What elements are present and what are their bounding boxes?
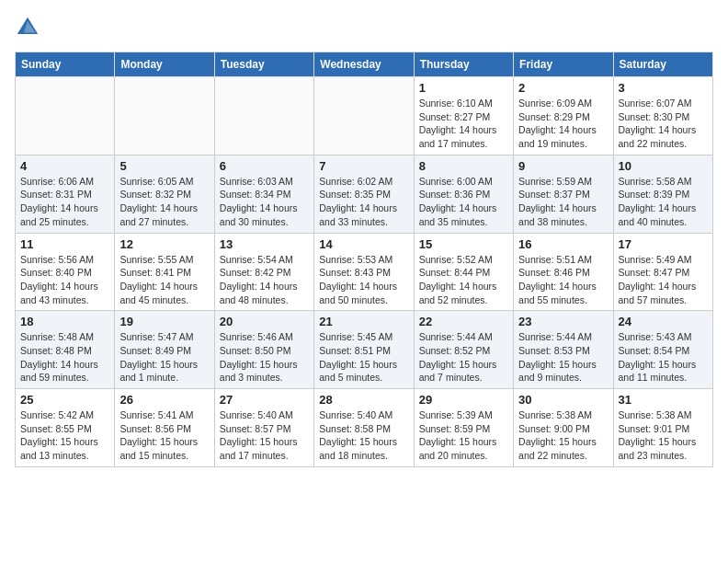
- day-number: 8: [419, 159, 508, 173]
- day-info: Sunrise: 5:56 AM Sunset: 8:40 PM Dayligh…: [20, 253, 109, 307]
- day-number: 15: [419, 237, 508, 251]
- calendar-cell: [214, 77, 313, 155]
- calendar-cell: 26Sunrise: 5:41 AM Sunset: 8:56 PM Dayli…: [115, 389, 214, 467]
- day-info: Sunrise: 5:49 AM Sunset: 8:47 PM Dayligh…: [619, 253, 708, 307]
- day-number: 2: [518, 81, 608, 95]
- day-number: 14: [319, 237, 408, 251]
- day-info: Sunrise: 6:00 AM Sunset: 8:36 PM Dayligh…: [419, 175, 508, 229]
- calendar-table: SundayMondayTuesdayWednesdayThursdayFrid…: [15, 52, 713, 467]
- calendar-week-row: 11Sunrise: 5:56 AM Sunset: 8:40 PM Dayli…: [16, 233, 713, 311]
- day-number: 26: [119, 393, 209, 407]
- day-info: Sunrise: 6:03 AM Sunset: 8:34 PM Dayligh…: [220, 175, 309, 229]
- day-info: Sunrise: 6:10 AM Sunset: 8:27 PM Dayligh…: [419, 97, 508, 151]
- calendar-cell: [16, 77, 115, 155]
- day-number: 28: [319, 393, 408, 407]
- day-info: Sunrise: 5:44 AM Sunset: 8:53 PM Dayligh…: [518, 330, 608, 385]
- day-number: 31: [619, 393, 708, 407]
- day-of-week-header: Wednesday: [314, 52, 414, 77]
- day-info: Sunrise: 5:43 AM Sunset: 8:54 PM Dayligh…: [619, 330, 708, 385]
- calendar-cell: 8Sunrise: 6:00 AM Sunset: 8:36 PM Daylig…: [414, 155, 513, 233]
- day-number: 3: [619, 81, 708, 95]
- day-info: Sunrise: 5:46 AM Sunset: 8:50 PM Dayligh…: [220, 330, 309, 385]
- logo-icon: [15, 15, 40, 40]
- day-info: Sunrise: 5:40 AM Sunset: 8:58 PM Dayligh…: [319, 408, 408, 463]
- calendar-week-row: 18Sunrise: 5:48 AM Sunset: 8:48 PM Dayli…: [16, 311, 713, 389]
- calendar-cell: 22Sunrise: 5:44 AM Sunset: 8:52 PM Dayli…: [414, 311, 513, 389]
- day-number: 20: [220, 315, 309, 328]
- day-info: Sunrise: 5:39 AM Sunset: 8:59 PM Dayligh…: [419, 408, 508, 463]
- calendar-cell: 15Sunrise: 5:52 AM Sunset: 8:44 PM Dayli…: [414, 233, 513, 311]
- day-info: Sunrise: 5:47 AM Sunset: 8:49 PM Dayligh…: [119, 330, 209, 385]
- day-number: 16: [518, 237, 608, 251]
- calendar-week-row: 25Sunrise: 5:42 AM Sunset: 8:55 PM Dayli…: [16, 389, 713, 467]
- day-number: 9: [518, 159, 608, 173]
- calendar-cell: 31Sunrise: 5:38 AM Sunset: 9:01 PM Dayli…: [613, 389, 712, 467]
- calendar-week-row: 4Sunrise: 6:06 AM Sunset: 8:31 PM Daylig…: [16, 155, 713, 233]
- calendar-cell: 4Sunrise: 6:06 AM Sunset: 8:31 PM Daylig…: [16, 155, 115, 233]
- day-info: Sunrise: 5:45 AM Sunset: 8:51 PM Dayligh…: [319, 330, 408, 385]
- day-number: 21: [319, 315, 408, 328]
- calendar-cell: [115, 77, 214, 155]
- day-info: Sunrise: 5:40 AM Sunset: 8:57 PM Dayligh…: [220, 408, 309, 463]
- calendar-week-row: 1Sunrise: 6:10 AM Sunset: 8:27 PM Daylig…: [16, 77, 713, 155]
- day-number: 24: [619, 315, 708, 328]
- calendar-cell: 21Sunrise: 5:45 AM Sunset: 8:51 PM Dayli…: [314, 311, 414, 389]
- calendar-header-row: SundayMondayTuesdayWednesdayThursdayFrid…: [16, 52, 713, 77]
- day-number: 13: [220, 237, 309, 251]
- day-info: Sunrise: 5:38 AM Sunset: 9:01 PM Dayligh…: [619, 408, 708, 463]
- calendar-cell: 29Sunrise: 5:39 AM Sunset: 8:59 PM Dayli…: [414, 389, 513, 467]
- calendar-cell: 9Sunrise: 5:59 AM Sunset: 8:37 PM Daylig…: [514, 155, 613, 233]
- calendar-cell: 24Sunrise: 5:43 AM Sunset: 8:54 PM Dayli…: [613, 311, 712, 389]
- day-info: Sunrise: 5:48 AM Sunset: 8:48 PM Dayligh…: [20, 330, 109, 385]
- calendar-cell: 20Sunrise: 5:46 AM Sunset: 8:50 PM Dayli…: [214, 311, 313, 389]
- day-info: Sunrise: 6:05 AM Sunset: 8:32 PM Dayligh…: [119, 175, 209, 229]
- day-of-week-header: Saturday: [613, 52, 712, 77]
- day-info: Sunrise: 6:02 AM Sunset: 8:35 PM Dayligh…: [319, 175, 408, 229]
- day-number: 6: [220, 159, 309, 173]
- day-number: 5: [119, 159, 209, 173]
- day-of-week-header: Friday: [514, 52, 613, 77]
- day-number: 27: [220, 393, 309, 407]
- day-info: Sunrise: 5:52 AM Sunset: 8:44 PM Dayligh…: [419, 253, 508, 307]
- calendar-cell: 30Sunrise: 5:38 AM Sunset: 9:00 PM Dayli…: [514, 389, 613, 467]
- calendar-cell: 27Sunrise: 5:40 AM Sunset: 8:57 PM Dayli…: [214, 389, 313, 467]
- calendar-cell: 25Sunrise: 5:42 AM Sunset: 8:55 PM Dayli…: [16, 389, 115, 467]
- day-number: 17: [619, 237, 708, 251]
- calendar-cell: 10Sunrise: 5:58 AM Sunset: 8:39 PM Dayli…: [613, 155, 712, 233]
- calendar-cell: 14Sunrise: 5:53 AM Sunset: 8:43 PM Dayli…: [314, 233, 414, 311]
- calendar-cell: 23Sunrise: 5:44 AM Sunset: 8:53 PM Dayli…: [514, 311, 613, 389]
- day-of-week-header: Tuesday: [214, 52, 313, 77]
- day-info: Sunrise: 5:42 AM Sunset: 8:55 PM Dayligh…: [20, 408, 109, 463]
- day-number: 29: [419, 393, 508, 407]
- day-of-week-header: Monday: [115, 52, 214, 77]
- day-info: Sunrise: 5:59 AM Sunset: 8:37 PM Dayligh…: [518, 175, 608, 229]
- day-number: 18: [20, 315, 109, 328]
- day-info: Sunrise: 5:53 AM Sunset: 8:43 PM Dayligh…: [319, 253, 408, 307]
- calendar-cell: [314, 77, 414, 155]
- day-info: Sunrise: 5:38 AM Sunset: 9:00 PM Dayligh…: [518, 408, 608, 463]
- logo: [15, 15, 44, 40]
- day-info: Sunrise: 5:55 AM Sunset: 8:41 PM Dayligh…: [119, 253, 209, 307]
- calendar-cell: 5Sunrise: 6:05 AM Sunset: 8:32 PM Daylig…: [115, 155, 214, 233]
- calendar-cell: 18Sunrise: 5:48 AM Sunset: 8:48 PM Dayli…: [16, 311, 115, 389]
- day-number: 11: [20, 237, 109, 251]
- day-number: 1: [419, 81, 508, 95]
- page-header: [15, 15, 713, 40]
- day-of-week-header: Sunday: [16, 52, 115, 77]
- day-info: Sunrise: 5:58 AM Sunset: 8:39 PM Dayligh…: [619, 175, 708, 229]
- calendar-cell: 11Sunrise: 5:56 AM Sunset: 8:40 PM Dayli…: [16, 233, 115, 311]
- day-number: 30: [518, 393, 608, 407]
- day-info: Sunrise: 6:06 AM Sunset: 8:31 PM Dayligh…: [20, 175, 109, 229]
- day-info: Sunrise: 5:44 AM Sunset: 8:52 PM Dayligh…: [419, 330, 508, 385]
- calendar-cell: 3Sunrise: 6:07 AM Sunset: 8:30 PM Daylig…: [613, 77, 712, 155]
- calendar-cell: 17Sunrise: 5:49 AM Sunset: 8:47 PM Dayli…: [613, 233, 712, 311]
- calendar-cell: 19Sunrise: 5:47 AM Sunset: 8:49 PM Dayli…: [115, 311, 214, 389]
- calendar-cell: 7Sunrise: 6:02 AM Sunset: 8:35 PM Daylig…: [314, 155, 414, 233]
- day-number: 4: [20, 159, 109, 173]
- day-number: 7: [319, 159, 408, 173]
- calendar-cell: 13Sunrise: 5:54 AM Sunset: 8:42 PM Dayli…: [214, 233, 313, 311]
- day-number: 19: [119, 315, 209, 328]
- day-number: 10: [619, 159, 708, 173]
- day-info: Sunrise: 6:07 AM Sunset: 8:30 PM Dayligh…: [619, 97, 708, 151]
- day-number: 12: [119, 237, 209, 251]
